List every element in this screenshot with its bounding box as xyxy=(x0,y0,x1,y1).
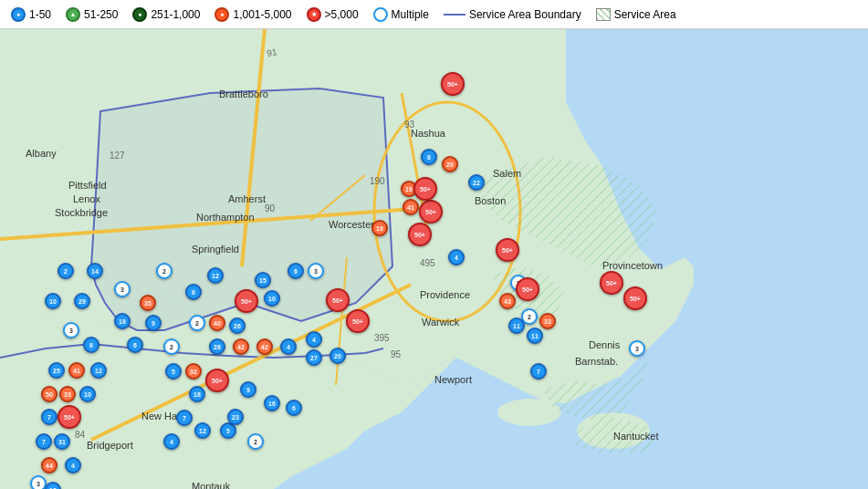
marker-m47[interactable]: 5 xyxy=(165,363,182,380)
marker-m21[interactable]: 2 xyxy=(156,263,173,279)
marker-m46[interactable]: 4 xyxy=(280,338,297,355)
marker-m33[interactable]: 8 xyxy=(185,284,202,300)
marker-m73[interactable]: 43 xyxy=(499,293,516,309)
svg-point-13 xyxy=(374,102,520,321)
marker-m78[interactable]: 11 xyxy=(527,328,543,344)
marker-m66[interactable]: 50+ xyxy=(413,177,437,201)
marker-m20[interactable]: 13 xyxy=(45,482,61,489)
marker-m68[interactable]: 8 xyxy=(421,149,437,165)
marker-m15[interactable]: 7 xyxy=(36,433,52,450)
marker-m77[interactable]: 11 xyxy=(508,317,525,334)
marker-m61[interactable]: 41 xyxy=(403,199,419,215)
marker-m5[interactable]: 3 xyxy=(63,322,79,338)
marker-m12[interactable]: 10 xyxy=(79,386,96,402)
marker-m25[interactable]: 9 xyxy=(145,315,162,331)
marker-m52[interactable]: 16 xyxy=(264,395,280,411)
marker-m17[interactable]: 44 xyxy=(41,457,58,473)
marker-m9[interactable]: 12 xyxy=(90,362,107,379)
marker-m41[interactable]: 40 xyxy=(209,315,225,331)
marker-m11[interactable]: 33 xyxy=(59,386,76,402)
svg-text:95: 95 xyxy=(391,349,402,359)
marker-m35[interactable]: 15 xyxy=(255,272,271,288)
legend-icon-51-250: ▲ xyxy=(66,7,80,22)
marker-m55[interactable]: 27 xyxy=(306,349,322,366)
svg-point-4 xyxy=(577,412,650,449)
marker-m22[interactable]: 3 xyxy=(114,281,131,297)
legend-item-51-250: ▲ 51-250 xyxy=(66,7,118,22)
marker-m14[interactable]: 50+ xyxy=(58,405,81,429)
legend-icon-1001-5000: ● xyxy=(214,7,229,22)
city-label-nantucket: Nantucket xyxy=(613,431,659,442)
marker-m27[interactable]: 7 xyxy=(176,410,193,426)
marker-m60[interactable]: 18 xyxy=(371,220,388,236)
marker-m10[interactable]: 50 xyxy=(41,386,58,402)
svg-marker-28 xyxy=(543,362,648,421)
marker-m64[interactable]: 4 xyxy=(448,249,465,265)
marker-m3[interactable]: 10 xyxy=(45,293,61,309)
marker-m16[interactable]: 31 xyxy=(54,433,70,450)
marker-m48[interactable]: 32 xyxy=(185,363,202,380)
marker-m24[interactable]: 6 xyxy=(127,337,143,353)
legend-label-service-area: Service Area xyxy=(614,8,676,21)
marker-m32[interactable]: 35 xyxy=(140,295,156,311)
marker-m79[interactable]: 7 xyxy=(530,363,547,380)
marker-m49[interactable]: 50+ xyxy=(205,369,229,392)
marker-m81[interactable]: 50+ xyxy=(600,271,623,295)
city-label-providence: Providence xyxy=(420,289,470,300)
marker-m76[interactable]: 33 xyxy=(539,313,556,329)
marker-m38[interactable]: 50+ xyxy=(235,289,258,313)
marker-m2[interactable]: 14 xyxy=(87,263,103,279)
legend-item-1001-5000: ● 1,001-5,000 xyxy=(214,7,291,22)
marker-m74[interactable]: 50+ xyxy=(516,277,539,301)
marker-m63[interactable]: 50+ xyxy=(408,223,432,246)
marker-m53[interactable]: 6 xyxy=(286,400,302,416)
marker-m71[interactable]: 50+ xyxy=(496,238,519,262)
marker-m18[interactable]: 4 xyxy=(65,457,81,473)
marker-m62[interactable]: 50+ xyxy=(419,200,443,224)
svg-text:91: 91 xyxy=(266,47,277,58)
marker-m69[interactable]: 22 xyxy=(468,174,485,191)
marker-m36[interactable]: 6 xyxy=(288,263,304,279)
marker-m4[interactable]: 29 xyxy=(74,293,90,309)
marker-m23[interactable]: 18 xyxy=(114,313,131,329)
marker-m42[interactable]: 26 xyxy=(229,317,246,334)
marker-m26[interactable]: 2 xyxy=(163,338,180,355)
marker-m39[interactable]: 10 xyxy=(264,290,280,307)
marker-m43[interactable]: 28 xyxy=(209,338,225,355)
marker-m8[interactable]: 41 xyxy=(68,362,85,379)
legend-icon-multiple xyxy=(373,7,388,22)
legend-icon-251-1000: ● xyxy=(132,7,147,22)
marker-m67[interactable]: 20 xyxy=(442,156,458,172)
legend-bar: ● 1-50 ▲ 51-250 ● 251-1,000 ● 1,001-5,00… xyxy=(0,0,868,29)
marker-m31[interactable]: 2 xyxy=(247,433,264,450)
marker-m80[interactable]: 3 xyxy=(629,340,645,357)
city-label-provincetown: Provincetown xyxy=(602,260,663,271)
city-label-warwick: Warwick xyxy=(422,317,459,328)
marker-m50[interactable]: 18 xyxy=(189,386,205,402)
svg-text:495: 495 xyxy=(420,258,435,268)
marker-m13[interactable]: 7 xyxy=(41,409,58,425)
legend-item-1-50: ● 1-50 xyxy=(11,7,51,22)
legend-icon-service-boundary xyxy=(444,14,465,16)
marker-m56[interactable]: 20 xyxy=(329,348,346,364)
marker-m57[interactable]: 50+ xyxy=(326,288,350,312)
marker-m1[interactable]: 2 xyxy=(58,263,74,279)
marker-m82[interactable]: 50+ xyxy=(623,286,647,310)
marker-m45[interactable]: 42 xyxy=(256,338,273,355)
marker-m37[interactable]: 3 xyxy=(308,263,324,279)
marker-m34[interactable]: 12 xyxy=(207,267,224,284)
marker-m7[interactable]: 25 xyxy=(48,362,65,379)
legend-item-service-boundary: Service Area Boundary xyxy=(444,8,581,21)
marker-m29[interactable]: 4 xyxy=(163,433,180,450)
marker-m6[interactable]: 8 xyxy=(83,337,99,353)
city-label-amherst: Amherst xyxy=(228,193,266,204)
marker-m54[interactable]: 23 xyxy=(227,409,244,425)
marker-m58[interactable]: 50+ xyxy=(346,309,370,333)
marker-m44[interactable]: 42 xyxy=(233,338,249,355)
svg-marker-29 xyxy=(575,417,657,453)
marker-m40[interactable]: 2 xyxy=(189,315,205,331)
marker-m51[interactable]: 9 xyxy=(240,381,256,398)
marker-m59[interactable]: 4 xyxy=(306,331,322,348)
marker-m70[interactable]: 50+ xyxy=(441,72,465,96)
marker-m28[interactable]: 12 xyxy=(194,422,211,439)
